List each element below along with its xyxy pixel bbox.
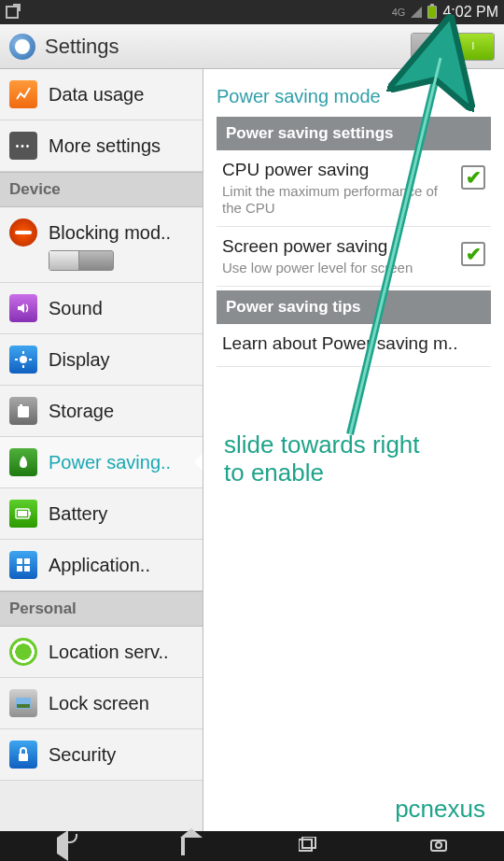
sidebar-item-label: Storage: [49, 401, 114, 422]
signal-text: 4G: [392, 7, 406, 18]
status-bar: 4G 4:02 PM: [0, 0, 504, 24]
section-header-settings: Power saving settings: [217, 117, 491, 150]
battery-icon: [9, 500, 37, 528]
sidebar-item-data-usage[interactable]: Data usage: [0, 69, 203, 120]
content-pane: Power saving mode Power saving settings …: [203, 69, 504, 831]
sidebar-item-sound[interactable]: Sound: [0, 283, 203, 334]
sidebar-header-device: Device: [0, 172, 203, 207]
sidebar-header-personal: Personal: [0, 591, 203, 627]
nav-home[interactable]: [181, 838, 185, 854]
app-header: Settings I: [0, 24, 504, 69]
check-icon: ✔: [466, 243, 482, 265]
toggle-off-half: [412, 34, 453, 60]
back-icon: [57, 830, 68, 861]
sound-icon: [9, 294, 37, 322]
location-icon: [9, 638, 37, 666]
lock-screen-icon: [9, 689, 37, 717]
recent-icon: [299, 837, 317, 852]
annotation-watermark: pcnexus: [395, 795, 485, 824]
sidebar-item-label: Display: [49, 349, 110, 371]
sidebar-item-location[interactable]: Location serv..: [0, 627, 203, 678]
storage-icon: [9, 397, 37, 425]
settings-sidebar: Data usage ••• More settings Device Bloc…: [0, 69, 203, 831]
sidebar-item-blocking-mode[interactable]: Blocking mod..: [0, 207, 203, 250]
sidebar-item-label: Application..: [49, 555, 150, 576]
sidebar-item-label: Data usage: [49, 84, 144, 106]
svg-rect-15: [17, 704, 30, 708]
sidebar-item-more-settings[interactable]: ••• More settings: [0, 120, 203, 172]
svg-rect-20: [302, 837, 315, 848]
sidebar-item-power-saving[interactable]: Power saving..: [0, 437, 203, 488]
camera-icon: [430, 837, 447, 852]
toggle-on-half: I: [453, 34, 494, 60]
sidebar-item-label: Blocking mod..: [49, 222, 171, 244]
row-screen-power-saving[interactable]: Screen power saving Use low power level …: [217, 227, 491, 287]
sidebar-item-security[interactable]: Security: [0, 729, 203, 781]
svg-rect-5: [18, 406, 29, 417]
svg-rect-19: [299, 840, 312, 851]
sidebar-item-label: Security: [49, 744, 116, 766]
cpu-checkbox[interactable]: ✔: [461, 165, 485, 190]
sidebar-item-battery[interactable]: Battery: [0, 488, 203, 540]
row-title: CPU power saving: [222, 160, 452, 180]
sidebar-item-display[interactable]: Display: [0, 334, 203, 386]
power-saving-icon: [9, 448, 37, 476]
sidebar-item-label: More settings: [49, 135, 161, 157]
sidebar-item-storage[interactable]: Storage: [0, 386, 203, 437]
settings-icon: [9, 34, 35, 60]
row-title: Learn about Power saving m..: [222, 333, 485, 354]
system-navbar: [0, 831, 504, 861]
more-icon: •••: [9, 132, 37, 160]
nav-screenshot[interactable]: [430, 837, 447, 856]
svg-rect-10: [17, 558, 22, 564]
signal-icon: [411, 7, 422, 18]
page-title: Settings: [45, 35, 119, 59]
security-icon: [9, 741, 37, 769]
home-icon: [181, 838, 185, 855]
sidebar-item-lock-screen[interactable]: Lock screen: [0, 678, 203, 729]
screen-checkbox[interactable]: ✔: [461, 242, 485, 266]
sidebar-item-label: Sound: [49, 298, 103, 319]
sidebar-item-label: Location serv..: [49, 642, 169, 663]
display-icon: [9, 346, 37, 374]
row-title: Screen power saving: [222, 236, 452, 257]
blocking-mode-toggle-row: [0, 250, 203, 283]
row-subtitle: Limit the maximum performance of the CPU: [222, 183, 452, 217]
svg-rect-11: [24, 558, 30, 564]
check-icon: ✔: [466, 166, 482, 189]
svg-rect-12: [17, 566, 22, 572]
row-subtitle: Use low power level for screen: [222, 260, 452, 276]
blocking-mode-toggle[interactable]: [49, 250, 114, 271]
sidebar-item-label: Battery: [49, 503, 107, 525]
svg-rect-13: [24, 566, 30, 572]
nav-recent[interactable]: [299, 837, 317, 856]
blocking-icon: [9, 219, 37, 247]
clock: 4:02 PM: [442, 4, 498, 21]
data-usage-icon: [9, 80, 37, 108]
svg-rect-6: [20, 404, 22, 407]
svg-rect-8: [29, 512, 31, 515]
battery-icon: [427, 6, 437, 19]
svg-point-22: [436, 842, 441, 848]
svg-point-0: [20, 356, 27, 363]
power-saving-master-toggle[interactable]: I: [411, 33, 495, 61]
row-cpu-power-saving[interactable]: CPU power saving Limit the maximum perfo…: [217, 150, 491, 227]
row-learn-about[interactable]: Learn about Power saving m..: [217, 324, 491, 367]
nav-back[interactable]: [57, 838, 68, 854]
mode-title: Power saving mode: [217, 86, 491, 107]
sidebar-item-label: Power saving..: [49, 452, 171, 473]
section-header-tips: Power saving tips: [217, 290, 491, 324]
svg-rect-16: [19, 754, 28, 761]
multitask-icon: [6, 6, 19, 19]
apps-icon: [9, 551, 37, 579]
sidebar-item-label: Lock screen: [49, 693, 149, 714]
svg-rect-9: [18, 511, 27, 516]
sidebar-item-applications[interactable]: Application..: [0, 540, 203, 591]
